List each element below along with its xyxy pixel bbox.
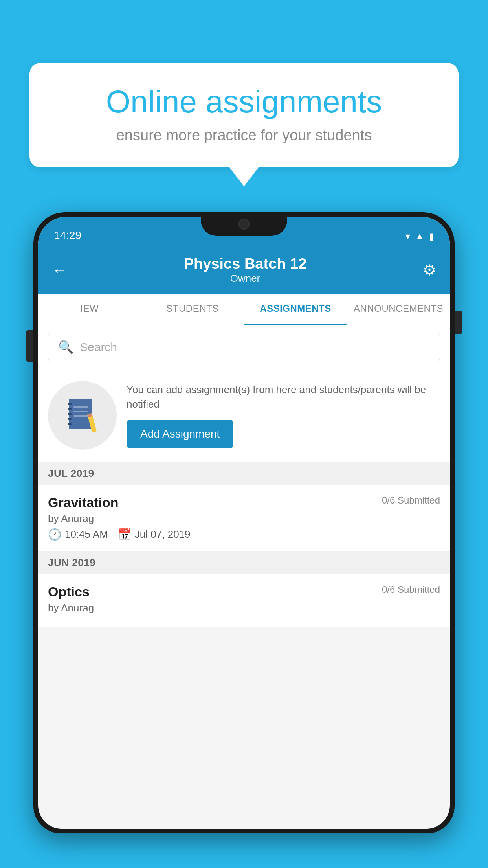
assignment-by-gravitation: by Anurag [48,513,440,525]
speech-bubble: Online assignments ensure more practice … [29,63,459,167]
promo-block: You can add assignment(s) from here and … [38,369,450,462]
assignment-item-gravitation[interactable]: Gravitation 0/6 Submitted by Anurag 🕐 10… [38,485,450,551]
bubble-title: Online assignments [53,85,435,119]
svg-rect-1 [68,403,72,405]
search-bar[interactable]: 🔍 Search [48,333,440,361]
notebook-icon [66,397,99,434]
tabs-bar: IEW STUDENTS ASSIGNMENTS ANNOUNCEMENTS [38,294,450,325]
status-icons: ▾ ▲ ▮ [405,231,434,242]
assignment-item-optics[interactable]: Optics 0/6 Submitted by Anurag [38,574,450,627]
assignment-date: Jul 07, 2019 [135,528,191,541]
promo-text: You can add assignment(s) from here and … [127,383,440,448]
header-subtitle: Owner [184,272,307,285]
assignment-time: 10:45 AM [65,528,108,541]
svg-rect-3 [68,413,72,415]
assignment-submitted-gravitation: 0/6 Submitted [382,495,440,506]
svg-rect-7 [73,411,88,412]
notch-camera [238,219,250,230]
speech-bubble-container: Online assignments ensure more practice … [29,63,459,167]
assignment-meta-gravitation: 🕐 10:45 AM 📅 Jul 07, 2019 [48,528,440,541]
month-header-jul: JUL 2019 [38,462,450,485]
add-assignment-button[interactable]: Add Assignment [127,420,233,448]
header-title: Physics Batch 12 [184,256,307,272]
wifi-icon: ▾ [405,231,410,242]
phone-notch [201,212,287,236]
month-header-jun: JUN 2019 [38,551,450,574]
search-placeholder: Search [80,340,117,354]
promo-icon-wrap [48,381,117,450]
phone-outer: 14:29 ▾ ▲ ▮ ← Physics Batch 12 Owner ⚙ [33,212,455,833]
time-meta: 🕐 10:45 AM [48,528,108,541]
assignment-name-gravitation: Gravitation [48,495,118,510]
search-container: 🔍 Search [38,325,450,369]
tab-iew[interactable]: IEW [38,294,141,325]
svg-rect-5 [68,423,72,425]
promo-description: You can add assignment(s) from here and … [127,383,440,411]
svg-rect-8 [73,415,88,417]
back-button[interactable]: ← [52,261,68,279]
svg-rect-4 [68,418,72,420]
assignment-row1: Gravitation 0/6 Submitted [48,495,440,510]
assignment-submitted-optics: 0/6 Submitted [382,584,440,595]
calendar-icon: 📅 [118,528,132,541]
svg-rect-6 [73,406,88,408]
svg-rect-2 [68,408,72,410]
header-center: Physics Batch 12 Owner [184,256,307,285]
status-time: 14:29 [54,229,81,242]
battery-icon: ▮ [429,231,434,242]
tab-students[interactable]: STUDENTS [141,294,244,325]
signal-icon: ▲ [415,231,424,242]
assignment-by-optics: by Anurag [48,602,440,614]
clock-icon: 🕐 [48,528,62,541]
date-meta: 📅 Jul 07, 2019 [118,528,191,541]
bubble-subtitle: ensure more practice for your students [53,127,435,144]
app-header: ← Physics Batch 12 Owner ⚙ [38,246,450,294]
tab-announcements[interactable]: ANNOUNCEMENTS [347,294,450,325]
assignment-row1-optics: Optics 0/6 Submitted [48,584,440,600]
assignment-name-optics: Optics [48,584,90,600]
search-icon: 🔍 [58,340,74,355]
phone-screen: 14:29 ▾ ▲ ▮ ← Physics Batch 12 Owner ⚙ [38,217,450,829]
tab-assignments[interactable]: ASSIGNMENTS [244,294,347,325]
phone-wrapper: 14:29 ▾ ▲ ▮ ← Physics Batch 12 Owner ⚙ [33,212,455,868]
settings-icon[interactable]: ⚙ [423,261,436,279]
